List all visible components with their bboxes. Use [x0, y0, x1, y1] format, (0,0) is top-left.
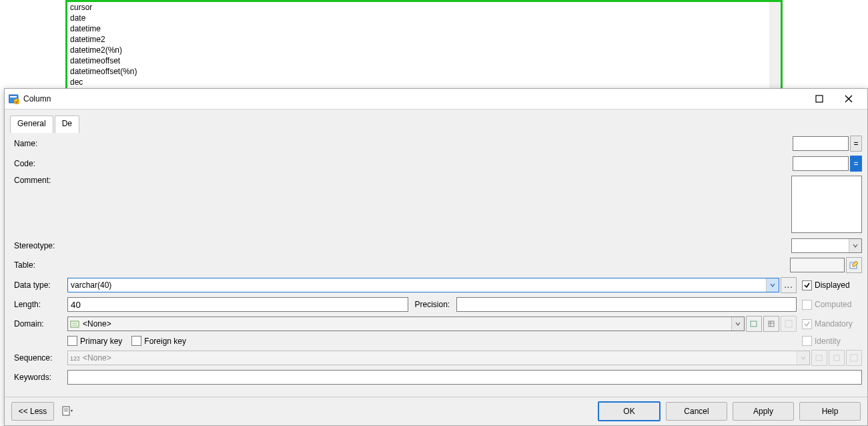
window-title: Column — [23, 94, 51, 103]
datatype-option[interactable]: date — [67, 13, 769, 23]
datatype-combo[interactable]: varchar(40) — [67, 278, 779, 292]
app-icon — [9, 93, 19, 104]
dialog-bottombar: << Less OK Cancel Apply Help — [5, 397, 867, 425]
close-button[interactable] — [834, 89, 863, 108]
cancel-button[interactable]: Cancel — [666, 402, 727, 421]
label-stereotype: Stereotype: — [10, 241, 67, 250]
sequence-combo: 123 <None> — [67, 351, 810, 365]
chevron-down-icon[interactable] — [766, 278, 779, 292]
form-area: Name: = Code: = Comment: Stereotype: — [10, 133, 862, 393]
domain-action3-button — [781, 316, 797, 332]
datatype-value: varchar(40) — [68, 280, 766, 290]
tab-detail[interactable]: De — [55, 116, 79, 133]
computed-label: Computed — [815, 300, 851, 309]
tab-strip: General De — [10, 116, 79, 133]
tab-general[interactable]: General — [10, 116, 53, 133]
label-code: Code: — [10, 159, 67, 168]
displayed-checkbox[interactable]: Displayed — [802, 280, 862, 290]
svg-rect-9 — [785, 321, 792, 327]
primary-key-checkbox[interactable]: Primary key — [67, 336, 122, 346]
code-suffix-input[interactable] — [793, 156, 849, 171]
ellipsis-icon: ... — [784, 280, 793, 290]
foreign-key-checkbox[interactable]: Foreign key — [131, 336, 186, 346]
ok-button[interactable]: OK — [598, 401, 661, 421]
mandatory-label: Mandatory — [815, 319, 853, 329]
svg-text:123: 123 — [70, 355, 79, 362]
length-input[interactable] — [67, 297, 408, 312]
datatype-option[interactable]: dec — [67, 77, 769, 87]
keywords-input[interactable] — [67, 370, 862, 385]
svg-rect-1 — [10, 96, 17, 97]
displayed-label: Displayed — [815, 280, 850, 290]
identity-checkbox: Identity — [802, 336, 862, 346]
domain-action1-button[interactable] — [746, 316, 762, 332]
name-sync-button[interactable]: = — [850, 136, 862, 152]
sequence-action2-button — [829, 350, 845, 366]
svg-rect-11 — [816, 355, 822, 361]
label-sequence: Sequence: — [10, 353, 67, 363]
domain-combo[interactable]: <None> — [67, 316, 745, 331]
help-button[interactable]: Help — [799, 402, 861, 421]
chevron-down-icon[interactable] — [731, 317, 744, 331]
less-button[interactable]: << Less — [11, 402, 54, 421]
page-root: { "window": { "title_prefix": "Column ",… — [0, 0, 868, 426]
domain-value: <None> — [80, 319, 731, 329]
datatype-option[interactable]: datetime — [67, 23, 769, 34]
domain-action2-button[interactable] — [763, 316, 779, 332]
label-precision: Precision: — [408, 300, 456, 309]
titlebar: Column — [5, 89, 867, 110]
table-properties-button[interactable] — [846, 257, 862, 273]
precision-input[interactable] — [456, 297, 797, 312]
datatype-browse-button[interactable]: ... — [781, 277, 797, 293]
datatype-option[interactable]: datetimeoffset — [67, 55, 769, 66]
computed-checkbox: Computed — [802, 300, 862, 310]
label-table: Table: — [10, 260, 67, 270]
datatype-option[interactable]: datetime2(%n) — [67, 45, 769, 55]
foreign-key-label: Foreign key — [144, 337, 186, 346]
file-dropdown-button[interactable] — [61, 404, 75, 419]
datatype-option[interactable]: datetime2 — [67, 34, 769, 45]
table-input — [790, 258, 845, 272]
svg-rect-12 — [834, 355, 839, 361]
code-sync-button[interactable]: = — [850, 156, 862, 172]
datatype-option[interactable]: cursor — [67, 2, 769, 13]
label-length: Length: — [10, 300, 67, 309]
name-suffix-input[interactable] — [793, 136, 849, 151]
sequence-action3-button — [846, 350, 862, 366]
stereotype-combo[interactable] — [791, 238, 862, 253]
comment-input[interactable] — [791, 176, 862, 233]
svg-rect-8 — [769, 321, 774, 327]
label-comment: Comment: — [10, 176, 67, 185]
apply-button[interactable]: Apply — [733, 402, 794, 421]
domain-icon — [69, 318, 80, 329]
sequence-value: <None> — [80, 353, 797, 363]
label-domain: Domain: — [10, 319, 67, 329]
identity-label: Identity — [815, 337, 841, 346]
label-keywords: Keywords: — [10, 373, 67, 382]
svg-rect-7 — [751, 321, 757, 327]
primary-key-label: Primary key — [80, 337, 122, 346]
sequence-action1-button — [811, 350, 827, 366]
datatype-option[interactable]: datetimeoffset(%n) — [67, 66, 769, 77]
svg-rect-3 — [816, 95, 823, 102]
svg-rect-13 — [851, 355, 857, 361]
mandatory-checkbox: Mandatory — [802, 319, 862, 329]
column-properties-dialog: Column General De Name: = Code: — [4, 88, 868, 426]
chevron-down-icon — [797, 351, 809, 365]
maximize-button[interactable] — [805, 89, 834, 108]
svg-rect-6 — [71, 321, 79, 327]
label-datatype: Data type: — [10, 280, 67, 290]
sequence-icon: 123 — [69, 353, 80, 363]
label-name: Name: — [10, 139, 67, 148]
chevron-down-icon[interactable] — [849, 239, 861, 252]
